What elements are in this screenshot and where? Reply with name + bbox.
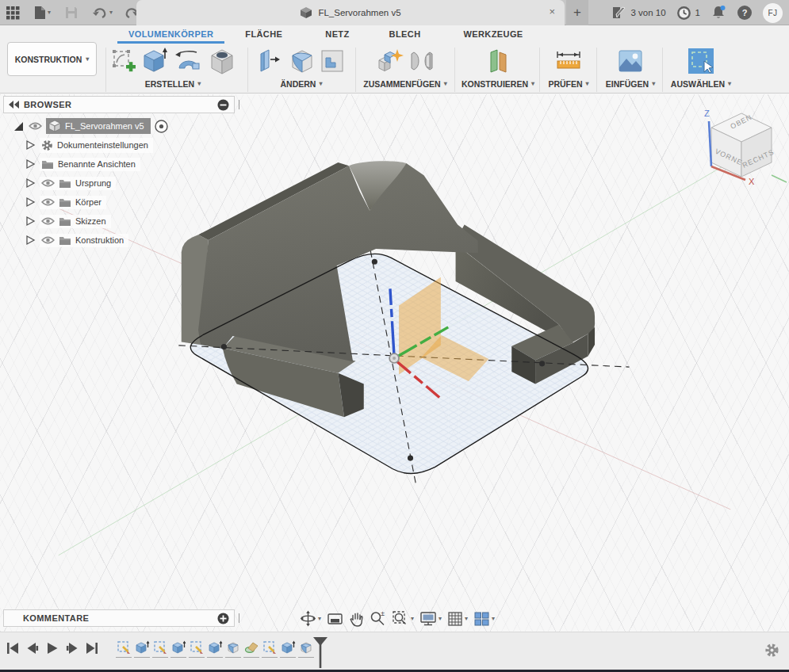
konstruieren-dropdown[interactable]: KONSTRUIEREN▾ xyxy=(462,79,534,89)
erstellen-dropdown[interactable]: ERSTELLEN▾ xyxy=(145,79,201,89)
revolve-icon[interactable] xyxy=(173,48,205,74)
new-tab-button[interactable]: + xyxy=(566,0,588,25)
collapse-circle-icon[interactable] xyxy=(217,99,229,111)
step-back-icon[interactable] xyxy=(26,642,39,655)
orbit-icon[interactable]: ▾ xyxy=(300,610,321,627)
insert-image-icon[interactable] xyxy=(617,48,644,74)
save-icon[interactable] xyxy=(65,6,78,19)
browser-row-ursprung[interactable]: Ursprung xyxy=(0,174,168,193)
collapsed-triangle-icon[interactable] xyxy=(25,235,36,246)
caret-down-icon: ▾ xyxy=(728,81,731,87)
browser-row-koerper[interactable]: Körper xyxy=(0,193,168,212)
konstruktion-dropdown[interactable]: KONSTRUKTION ▾ xyxy=(7,42,97,76)
file-menu-icon[interactable]: ▾ xyxy=(34,6,51,20)
grid-settings-icon[interactable]: ▾ xyxy=(447,611,468,627)
tab-flaeche[interactable]: FLÄCHE xyxy=(234,26,293,44)
create-sketch-icon[interactable] xyxy=(111,48,136,74)
auswaehlen-dropdown[interactable]: AUSWÄHLEN▾ xyxy=(671,79,731,89)
new-component-icon[interactable] xyxy=(376,48,404,74)
tab-werkzeuge[interactable]: WERKZEUGE xyxy=(453,26,534,44)
comments-panel-header[interactable]: KOMMENTARE xyxy=(3,609,235,627)
einfuegen-dropdown[interactable]: EINFÜGEN▾ xyxy=(606,79,655,89)
timeline-feature-sketch-icon[interactable] xyxy=(116,637,132,658)
visibility-eye-icon[interactable] xyxy=(29,121,42,131)
viewcube[interactable]: OBEN VORNE RECHTS Z X xyxy=(696,105,787,194)
bell-button[interactable] xyxy=(710,5,726,21)
extrude-icon[interactable] xyxy=(140,48,169,74)
look-at-icon[interactable] xyxy=(327,612,343,626)
skip-to-start-icon[interactable] xyxy=(6,642,19,655)
hole-icon[interactable] xyxy=(209,48,236,74)
zusammenfuegen-dropdown[interactable]: ZUSAMMENFÜGEN▾ xyxy=(363,79,446,89)
timeline-feature-extrude-icon[interactable] xyxy=(134,637,150,658)
skip-to-end-icon[interactable] xyxy=(86,642,98,655)
browser-row-dokumenteinstellungen[interactable]: Dokumenteinstellungen xyxy=(0,136,168,155)
timeline-position-marker[interactable] xyxy=(312,636,329,668)
help-button[interactable]: ? xyxy=(737,5,753,21)
folder-icon xyxy=(59,216,71,227)
press-pull-icon[interactable] xyxy=(258,48,285,74)
visibility-eye-icon[interactable] xyxy=(41,178,55,188)
browser-row-root[interactable]: FL_Servorahmen v5 xyxy=(0,116,168,136)
timeline-feature-extrude-icon[interactable] xyxy=(280,637,296,658)
panel-drag-handle[interactable] xyxy=(239,100,239,109)
notification-center-button[interactable]: 1 xyxy=(676,6,700,21)
collapsed-triangle-icon[interactable] xyxy=(25,139,36,151)
app-grid-icon[interactable] xyxy=(6,6,20,20)
viewport-3d[interactable]: OBEN VORNE RECHTS Z X BROWSER FL_S xyxy=(0,94,789,632)
timeline-feature-sketch-icon[interactable] xyxy=(189,637,205,658)
timeline-feature-sketch-icon[interactable] xyxy=(262,637,278,658)
timeline-settings-gear-icon[interactable] xyxy=(764,643,779,658)
add-comment-icon[interactable] xyxy=(217,613,229,624)
browser-row-konstruktion[interactable]: Konstruktion xyxy=(0,231,168,250)
document-title: FL_Servorahmen v5 xyxy=(318,8,400,17)
panel-drag-handle[interactable] xyxy=(239,613,239,623)
caret-down-icon: ▾ xyxy=(319,81,322,87)
tab-netz[interactable]: NETZ xyxy=(314,26,360,44)
display-settings-icon[interactable]: ▾ xyxy=(419,611,442,626)
timeline-feature-extrude-icon[interactable] xyxy=(170,637,186,658)
measure-icon[interactable] xyxy=(555,48,582,74)
fillet-icon[interactable] xyxy=(289,48,316,74)
browser-root-selection[interactable]: FL_Servorahmen v5 xyxy=(46,118,151,134)
collapse-panel-icon[interactable] xyxy=(9,101,19,109)
comments-panel-title: KOMMENTARE xyxy=(23,613,89,623)
browser-row-benannte-ansichten[interactable]: Benannte Ansichten xyxy=(0,155,168,174)
timeline-feature-construction-plane-icon[interactable] xyxy=(243,637,259,658)
aendern-dropdown[interactable]: ÄNDERN▾ xyxy=(281,79,323,89)
construction-plane-icon[interactable] xyxy=(485,48,511,74)
visibility-eye-icon[interactable] xyxy=(41,197,55,207)
pruefen-dropdown[interactable]: PRÜFEN▾ xyxy=(548,79,588,89)
select-icon[interactable] xyxy=(687,47,715,75)
browser-panel-header[interactable]: BROWSER xyxy=(3,96,235,113)
avatar[interactable]: FJ xyxy=(763,3,783,23)
browser-tree: FL_Servorahmen v5 Dokumenteinstellungen … xyxy=(0,116,168,250)
play-icon[interactable] xyxy=(46,642,59,655)
zoom-icon[interactable]: ± xyxy=(370,610,386,627)
chamfer-icon[interactable] xyxy=(320,48,345,74)
undo-icon[interactable]: ▾ xyxy=(92,6,113,19)
caret-down-icon: ▾ xyxy=(439,616,442,622)
viewports-icon[interactable]: ▾ xyxy=(473,611,495,627)
collapsed-triangle-icon[interactable] xyxy=(25,178,36,189)
collapsed-triangle-icon[interactable] xyxy=(25,158,36,170)
activate-component-icon[interactable] xyxy=(155,120,168,133)
visibility-eye-icon[interactable] xyxy=(41,216,55,226)
document-tab[interactable]: FL_Servorahmen v5 × xyxy=(136,0,565,25)
timeline-feature-sketch-icon[interactable] xyxy=(152,637,168,658)
collapsed-triangle-icon[interactable] xyxy=(25,216,36,227)
collapsed-triangle-icon[interactable] xyxy=(25,197,36,208)
browser-row-skizzen[interactable]: Skizzen xyxy=(0,212,168,231)
close-tab-icon[interactable]: × xyxy=(549,6,555,17)
tab-volumenkoerper[interactable]: VOLUMENKÖRPER xyxy=(117,26,224,44)
joint-icon[interactable] xyxy=(408,48,435,74)
job-status-button[interactable]: 3 von 10 xyxy=(611,6,665,20)
visibility-eye-icon[interactable] xyxy=(41,235,55,245)
timeline-feature-extrude-icon[interactable] xyxy=(207,637,223,658)
expanded-triangle-icon[interactable] xyxy=(13,120,25,132)
fit-icon[interactable]: ▾ xyxy=(392,610,414,627)
tab-blech[interactable]: BLECH xyxy=(378,26,432,44)
step-forward-icon[interactable] xyxy=(66,642,79,655)
timeline-feature-fillet-icon[interactable] xyxy=(225,637,241,658)
pan-icon[interactable] xyxy=(349,611,364,627)
